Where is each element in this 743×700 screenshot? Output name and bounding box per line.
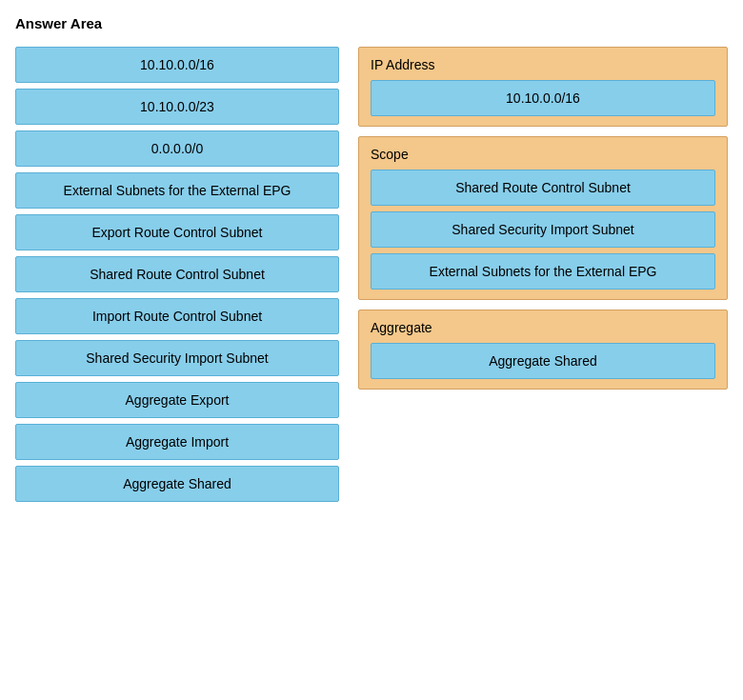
left-item-1[interactable]: 10.10.0.0/16 [15, 47, 339, 83]
drop-item-rz-agg-1[interactable]: Aggregate Shared [371, 343, 715, 379]
drop-zone-zone-ip: IP Address10.10.0.0/16 [358, 47, 728, 127]
left-item-3[interactable]: 0.0.0.0/0 [15, 130, 339, 167]
left-item-9[interactable]: Aggregate Export [15, 382, 339, 418]
drop-zone-zone-scope: ScopeShared Route Control SubnetShared S… [358, 136, 728, 300]
drop-item-rz-scope-3[interactable]: External Subnets for the External EPG [371, 253, 715, 290]
drop-item-rz-ip-1[interactable]: 10.10.0.0/16 [371, 80, 715, 116]
left-column: 10.10.0.0/1610.10.0.0/230.0.0.0/0Externa… [15, 47, 339, 502]
left-item-11[interactable]: Aggregate Shared [15, 466, 339, 502]
left-item-7[interactable]: Import Route Control Subnet [15, 298, 339, 334]
zone-content-zone-aggregate: Aggregate Shared [371, 343, 715, 379]
left-item-5[interactable]: Export Route Control Subnet [15, 214, 339, 250]
drop-item-rz-scope-2[interactable]: Shared Security Import Subnet [371, 211, 715, 248]
left-item-8[interactable]: Shared Security Import Subnet [15, 340, 339, 376]
zone-title-zone-ip: IP Address [371, 57, 715, 72]
left-item-6[interactable]: Shared Route Control Subnet [15, 256, 339, 292]
drop-item-rz-scope-1[interactable]: Shared Route Control Subnet [371, 170, 715, 206]
drop-zone-zone-aggregate: AggregateAggregate Shared [358, 310, 728, 390]
main-layout: 10.10.0.0/1610.10.0.0/230.0.0.0/0Externa… [15, 47, 728, 502]
left-item-10[interactable]: Aggregate Import [15, 424, 339, 460]
page-title: Answer Area [15, 15, 728, 31]
left-item-2[interactable]: 10.10.0.0/23 [15, 89, 339, 125]
left-item-4[interactable]: External Subnets for the External EPG [15, 172, 339, 209]
right-column: IP Address10.10.0.0/16ScopeShared Route … [358, 47, 728, 390]
zone-title-zone-aggregate: Aggregate [371, 320, 715, 335]
zone-title-zone-scope: Scope [371, 147, 715, 162]
zone-content-zone-ip: 10.10.0.0/16 [371, 80, 715, 116]
zone-content-zone-scope: Shared Route Control SubnetShared Securi… [371, 170, 715, 290]
